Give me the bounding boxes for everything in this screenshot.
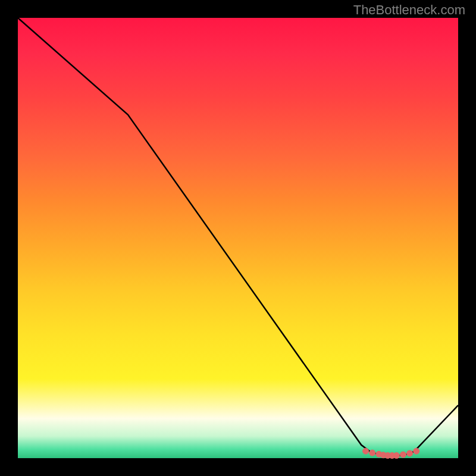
marker-point [363, 448, 369, 454]
marker-point [400, 452, 406, 458]
marker-point [407, 450, 413, 456]
marker-point [369, 450, 375, 456]
watermark-text: TheBottleneck.com [353, 2, 465, 18]
marker-point [414, 448, 419, 454]
chart-svg-overlay [18, 18, 458, 458]
optimal-zone-markers [363, 448, 419, 458]
bottleneck-curve-line [18, 18, 458, 456]
marker-point [393, 453, 399, 459]
